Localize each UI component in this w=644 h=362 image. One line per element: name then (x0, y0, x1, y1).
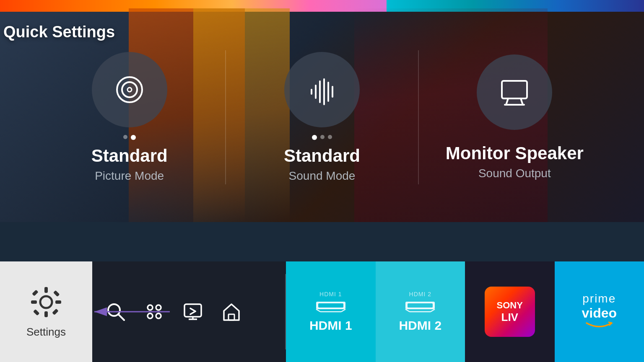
svg-rect-35 (229, 314, 234, 320)
bottom-bar: Settings (0, 261, 644, 362)
hdmi2-svg (403, 300, 437, 313)
picture-mode-icon (111, 71, 148, 109)
home-svg (221, 301, 242, 323)
dot-2 (131, 135, 136, 140)
svg-rect-16 (31, 300, 37, 304)
dot-1 (123, 135, 127, 139)
svg-point-0 (117, 77, 142, 102)
svg-point-2 (127, 88, 132, 92)
hdmi1-big-label: HDMI 1 (309, 318, 352, 333)
picture-mode-value: Standard (91, 146, 168, 166)
sound-output-card[interactable]: Monitor Speaker Sound Output (419, 54, 610, 180)
svg-rect-14 (44, 287, 48, 293)
svg-rect-21 (52, 308, 59, 315)
prime-video-text: video (582, 305, 617, 321)
settings-cards: Standard Picture Mode Standard Sound Mod… (0, 50, 644, 184)
svg-rect-20 (33, 309, 40, 315)
app-tiles: HDMI 1 HDMI 1 HDMI 2 (286, 261, 644, 362)
svg-line-39 (341, 309, 345, 312)
input-svg (182, 301, 204, 323)
sound-mode-dots (312, 135, 332, 140)
hdmi2-tile[interactable]: HDMI 2 HDMI 2 (376, 261, 465, 362)
sonymiv-tile[interactable]: SONY LIV (465, 261, 555, 362)
svg-rect-15 (44, 311, 48, 317)
sony-logo-container: SONY LIV (485, 287, 535, 337)
prime-logo: prime video (582, 292, 617, 332)
sound-mode-value: Standard (284, 146, 360, 166)
dot-2 (328, 135, 332, 139)
svg-point-13 (40, 296, 52, 308)
sony-logo-box: SONY LIV (485, 287, 535, 337)
svg-rect-37 (318, 303, 343, 308)
picture-mode-card[interactable]: Standard Picture Mode (34, 52, 225, 183)
picture-mode-label: Picture Mode (95, 169, 164, 183)
hdmi1-svg (314, 300, 348, 313)
prime-video-tile[interactable]: prime video (555, 261, 644, 362)
prime-smile-svg (584, 321, 614, 329)
svg-line-43 (405, 309, 410, 312)
hdmi2-big-label: HDMI 2 (399, 318, 441, 333)
svg-line-44 (431, 309, 435, 312)
sound-output-label: Sound Output (478, 167, 551, 180)
home-icon[interactable] (221, 301, 242, 323)
hdmi2-icon (403, 300, 437, 314)
dot-1 (320, 135, 325, 139)
dot-active (312, 135, 317, 140)
monitor-icon (496, 73, 533, 111)
sound-mode-label: Sound Mode (289, 169, 356, 183)
input-icon[interactable] (182, 301, 204, 323)
gear-icon (29, 285, 63, 321)
hdmi1-tile[interactable]: HDMI 1 HDMI 1 (286, 261, 376, 362)
sony-text: SONY (497, 300, 523, 311)
svg-rect-19 (53, 290, 60, 297)
settings-label: Settings (26, 326, 66, 339)
svg-line-38 (316, 309, 320, 312)
hdmi1-small-label: HDMI 1 (319, 291, 342, 297)
liv-text: LIV (501, 311, 518, 324)
svg-line-33 (190, 308, 195, 311)
arrow-annotation (90, 301, 174, 322)
sound-mode-card[interactable]: Standard Sound Mode (226, 52, 418, 183)
prime-text: prime (582, 292, 616, 305)
sound-output-value: Monitor Speaker (446, 143, 584, 163)
arrow-svg (90, 301, 174, 322)
picture-mode-dots (123, 135, 136, 140)
bottom-bar-left: Settings (0, 261, 285, 362)
sound-mode-icon (303, 71, 341, 109)
gear-svg (29, 285, 63, 319)
page-title: Quick Settings (3, 23, 115, 41)
svg-rect-42 (408, 303, 433, 308)
svg-line-10 (506, 98, 508, 105)
hdmi2-small-label: HDMI 2 (409, 291, 431, 297)
svg-point-1 (122, 82, 137, 97)
monitor-icon-circle (477, 54, 552, 130)
settings-button[interactable]: Settings (0, 261, 92, 362)
picture-icon-circle (92, 52, 167, 127)
hdmi1-icon (314, 300, 348, 314)
prime-smile-icon (584, 321, 614, 332)
svg-rect-17 (55, 300, 61, 304)
svg-line-34 (190, 311, 195, 314)
svg-line-11 (521, 98, 523, 105)
sound-icon-circle (284, 52, 360, 127)
svg-rect-18 (32, 290, 39, 296)
svg-rect-9 (502, 81, 527, 98)
